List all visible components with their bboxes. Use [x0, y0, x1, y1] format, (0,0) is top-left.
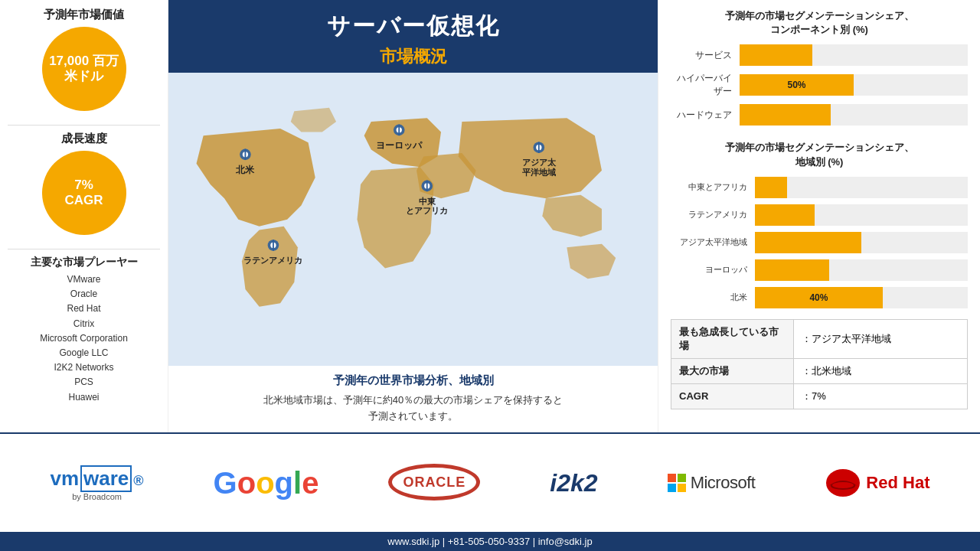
logo-microsoft: Microsoft: [668, 473, 756, 493]
oracle-ellipse: ORACLE: [388, 464, 480, 500]
svg-text:とアフリカ: とアフリカ: [406, 206, 448, 215]
svg-text:ヨーロッパ: ヨーロッパ: [376, 140, 423, 151]
summary-key-fastest: 最も急成長している市場: [671, 319, 794, 358]
bar-label-hardware: ハードウェア: [671, 109, 732, 122]
bar-label-hypervisor: ハイパーバイザー: [671, 72, 732, 98]
player-microsoft: Microsoft Corporation: [8, 331, 160, 346]
bar-row-north-america: 北米 40%: [671, 287, 968, 308]
google-o2: o: [256, 466, 274, 500]
bar-fill-middle-east: [755, 177, 787, 198]
center-bottom: 予測年の世界市場分析、地域別 北米地域市場は、予測年に約40％の最大の市場シェア…: [168, 366, 658, 432]
summary-key-largest: 最大の市場: [671, 358, 794, 383]
bar-row-europe: ヨーロッパ: [671, 259, 968, 281]
ms-sq-green: [678, 474, 686, 482]
component-segment-title: 予測年の市場セグメンテーションシェア、コンポーネント別 (%): [671, 9, 968, 37]
vmware-vm-text: vm: [50, 467, 79, 491]
player-vmware: VMware: [8, 272, 160, 287]
bar-label-europe: ヨーロッパ: [671, 264, 747, 276]
growth-circle: 7%CAGR: [42, 151, 126, 235]
bar-value-hypervisor: 50%: [787, 80, 805, 90]
bar-label-north-america: 北米: [671, 292, 747, 303]
bar-value-north-america: 40%: [809, 292, 828, 303]
summary-row-largest: 最大の市場 ：北米地域: [671, 358, 968, 383]
bar-container-asia: [755, 232, 968, 253]
summary-row-cagr: CAGR ：7%: [671, 383, 968, 409]
bar-fill-hypervisor: 50%: [740, 74, 854, 96]
ms-grid-icon: [668, 474, 686, 492]
ms-sq-yellow: [678, 484, 686, 492]
center-header: サーバー仮想化 市場概況: [168, 0, 658, 73]
summary-val-fastest: ：アジア太平洋地域: [794, 319, 968, 358]
right-panel: 予測年の市場セグメンテーションシェア、コンポーネント別 (%) サービス ハイパ…: [658, 0, 980, 432]
summary-key-cagr: CAGR: [671, 383, 794, 409]
bar-row-asia: アジア太平洋地域: [671, 232, 968, 253]
bar-container-hardware: [740, 104, 968, 126]
logo-vmware: vmware® by Broadcom: [50, 465, 143, 501]
player-huawei: Huawei: [8, 390, 160, 405]
bar-label-middle-east: 中東とアフリカ: [671, 181, 747, 193]
ms-sq-red: [668, 474, 676, 482]
summary-table: 最も急成長している市場 ：アジア太平洋地域 最大の市場 ：北米地域 CAGR ：…: [671, 319, 968, 409]
bar-fill-service: [740, 44, 812, 66]
vmware-tm: ®: [133, 473, 143, 489]
center-panel: サーバー仮想化 市場概況: [168, 0, 658, 432]
bar-row-middle-east: 中東とアフリカ: [671, 177, 968, 198]
bar-fill-latin: [755, 204, 815, 226]
svg-text:北米: 北米: [235, 165, 255, 175]
svg-text:平洋地域: 平洋地域: [522, 168, 557, 177]
google-g2: g: [275, 466, 293, 500]
bar-row-hypervisor: ハイパーバイザー 50%: [671, 72, 968, 98]
players-section: 主要な市場プレーヤー VMware Oracle Red Hat Citrix …: [8, 256, 160, 405]
redhat-text: Red Hat: [866, 473, 929, 493]
player-redhat: Red Hat: [8, 302, 160, 316]
bar-container-north-america: 40%: [755, 287, 968, 308]
svg-text:中東: 中東: [419, 197, 436, 206]
bar-fill-hardware: [740, 104, 831, 126]
footer-contact-bar: www.sdki.jp | +81-505-050-9337 | info@sd…: [0, 532, 980, 551]
svg-text:ラテンアメリカ: ラテンアメリカ: [243, 256, 302, 265]
left-panel: 予測年市場価値 17,000 百万米ドル 成長速度 7%CAGR 主要な市場プレ…: [0, 0, 168, 432]
bar-label-service: サービス: [671, 49, 732, 62]
svg-text:アジア太: アジア太: [522, 158, 557, 167]
growth-value: 7%CAGR: [64, 178, 103, 209]
microsoft-text: Microsoft: [691, 473, 756, 493]
bar-container-hypervisor: 50%: [740, 74, 968, 96]
world-map-svg: 北米 ヨーロッパ 中東 とアフリカ: [168, 73, 658, 366]
redhat-logo-icon: [825, 468, 861, 498]
bar-label-asia: アジア太平洋地域: [671, 236, 747, 248]
google-l: l: [293, 466, 302, 500]
vmware-ware-text: ware: [80, 465, 132, 492]
divider1: [8, 125, 160, 126]
player-i2k2: I2K2 Networks: [8, 360, 160, 375]
map-wrapper: 北米 ヨーロッパ 中東 とアフリカ: [168, 73, 658, 366]
bar-fill-asia: [755, 232, 861, 253]
google-g: G: [214, 466, 237, 500]
region-segment-title: 予測年の市場セグメンテーションシェア、地域別 (%): [671, 141, 968, 168]
market-value-circle: 17,000 百万米ドル: [42, 27, 126, 111]
logo-google: Google: [214, 466, 319, 500]
footer-contact-text: www.sdki.jp | +81-505-050-9337 | info@sd…: [387, 536, 592, 547]
summary-row-fastest: 最も急成長している市場 ：アジア太平洋地域: [671, 319, 968, 358]
logo-i2k2: i2k2: [550, 469, 597, 497]
divider2: [8, 249, 160, 249]
bar-fill-north-america: 40%: [755, 287, 883, 308]
summary-val-cagr: ：7%: [794, 383, 968, 409]
title-main: サーバー仮想化: [176, 11, 650, 42]
bar-fill-europe: [755, 259, 829, 281]
bar-row-hardware: ハードウェア: [671, 104, 968, 126]
ms-sq-blue: [668, 484, 676, 492]
bar-label-latin: ラテンアメリカ: [671, 209, 747, 220]
logo-oracle: ORACLE: [388, 464, 480, 502]
market-value-label: 予測年市場価値: [44, 8, 124, 22]
oracle-text: ORACLE: [403, 474, 466, 491]
logo-redhat: Red Hat: [825, 468, 929, 498]
player-google: Google LLC: [8, 346, 160, 360]
market-value: 17,000 百万米ドル: [49, 54, 119, 85]
growth-label: 成長速度: [61, 132, 107, 146]
players-title: 主要な市場プレーヤー: [8, 256, 160, 269]
player-citrix: Citrix: [8, 317, 160, 331]
bar-container-europe: [755, 259, 968, 281]
footer-logos: vmware® by Broadcom Google ORACLE i2k2 M…: [0, 432, 980, 532]
google-o1: o: [237, 466, 256, 500]
bar-row-service: サービス: [671, 44, 968, 66]
